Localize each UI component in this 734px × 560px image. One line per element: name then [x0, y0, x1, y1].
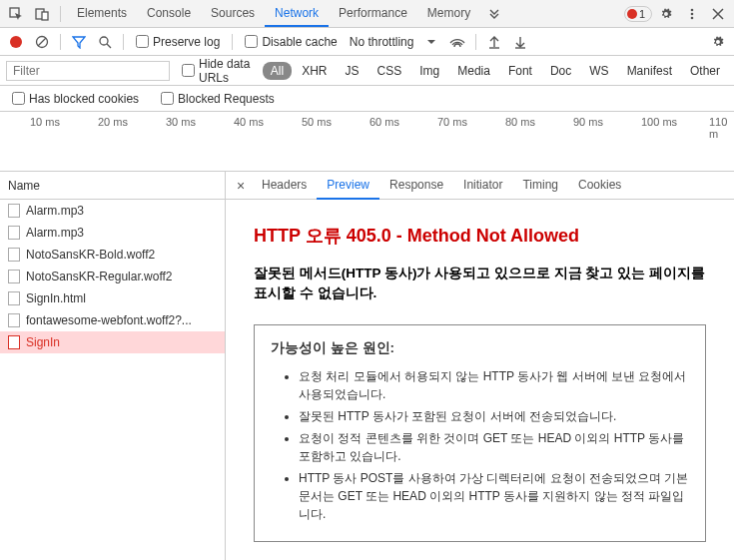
type-filter-doc[interactable]: Doc — [542, 62, 579, 80]
close-devtools-icon[interactable] — [706, 2, 730, 26]
type-filter-group: AllXHRJSCSSImgMediaFontDocWSManifestOthe… — [263, 62, 728, 80]
timeline-tick: 20 ms — [98, 116, 128, 128]
svg-rect-2 — [42, 12, 48, 20]
request-row[interactable]: NotoSansKR-Bold.woff2 — [0, 244, 225, 266]
timeline-tick: 30 ms — [166, 116, 196, 128]
timeline-tick: 100 ms — [641, 116, 677, 128]
request-name: Alarm.mp3 — [26, 226, 84, 240]
settings-gear-icon[interactable] — [654, 2, 678, 26]
panel-tab-performance[interactable]: Performance — [329, 1, 417, 27]
cause-item: HTTP 동사 POST를 사용하여 가상 디렉터리에 요청이 전송되었으며 기… — [299, 469, 689, 523]
request-row[interactable]: Alarm.mp3 — [0, 200, 225, 222]
filter-input[interactable] — [6, 61, 170, 81]
svg-point-7 — [100, 37, 108, 45]
detail-tab-response[interactable]: Response — [379, 172, 453, 200]
preview-pane: HTTP 오류 405.0 - Method Not Allowed 잘못된 메… — [226, 200, 734, 560]
detail-tab-initiator[interactable]: Initiator — [453, 172, 512, 200]
separator — [60, 6, 61, 22]
request-detail-panel: × HeadersPreviewResponseInitiatorTimingC… — [226, 172, 734, 560]
request-list-panel: Name Alarm.mp3Alarm.mp3NotoSansKR-Bold.w… — [0, 172, 226, 560]
file-icon — [8, 335, 20, 349]
panel-tab-sources[interactable]: Sources — [201, 1, 265, 27]
detail-tabs: × HeadersPreviewResponseInitiatorTimingC… — [226, 172, 734, 200]
cause-title: 가능성이 높은 원인: — [271, 339, 689, 357]
type-filter-ws[interactable]: WS — [581, 62, 616, 80]
request-row[interactable]: fontawesome-webfont.woff2?... — [0, 309, 225, 331]
cause-item: 요청 처리 모듈에서 허용되지 않는 HTTP 동사가 웹 서버에 보낸 요청에… — [299, 367, 689, 403]
request-name: SignIn — [26, 335, 60, 349]
request-row[interactable]: NotoSansKR-Regular.woff2 — [0, 266, 225, 287]
inspect-icon[interactable] — [4, 2, 28, 26]
waterfall-timeline[interactable]: 10 ms20 ms30 ms40 ms50 ms60 ms70 ms80 ms… — [0, 112, 734, 172]
more-tabs-icon[interactable] — [482, 2, 506, 26]
panel-tab-network[interactable]: Network — [265, 1, 329, 27]
cause-box: 가능성이 높은 원인: 요청 처리 모듈에서 허용되지 않는 HTTP 동사가 … — [254, 324, 706, 542]
throttling-dropdown-icon[interactable] — [419, 30, 443, 54]
panel-tab-console[interactable]: Console — [137, 1, 201, 27]
type-filter-media[interactable]: Media — [449, 62, 498, 80]
panel-tab-elements[interactable]: Elements — [67, 1, 137, 27]
import-har-icon[interactable] — [482, 30, 506, 54]
type-filter-all[interactable]: All — [263, 62, 292, 80]
close-detail-icon[interactable]: × — [230, 175, 252, 197]
panel-tabs: ElementsConsoleSourcesNetworkPerformance… — [67, 1, 480, 27]
devtools-header: ElementsConsoleSourcesNetworkPerformance… — [0, 0, 734, 28]
detail-tab-headers[interactable]: Headers — [252, 172, 317, 200]
blocked-cookies-checkbox[interactable]: Has blocked cookies — [6, 92, 145, 106]
device-toggle-icon[interactable] — [30, 2, 54, 26]
timeline-tick: 50 ms — [302, 116, 332, 128]
svg-point-3 — [691, 8, 694, 11]
type-filter-other[interactable]: Other — [682, 62, 728, 80]
hide-data-urls-checkbox[interactable]: Hide data URLs — [176, 57, 257, 85]
network-split-view: Name Alarm.mp3Alarm.mp3NotoSansKR-Bold.w… — [0, 172, 734, 560]
error-dot-icon — [627, 9, 637, 19]
timeline-tick: 70 ms — [437, 116, 467, 128]
filter-toggle-icon[interactable] — [67, 30, 91, 54]
file-icon — [8, 270, 20, 283]
error-title: HTTP 오류 405.0 - Method Not Allowed — [254, 224, 706, 248]
request-rows: Alarm.mp3Alarm.mp3NotoSansKR-Bold.woff2N… — [0, 200, 225, 560]
search-icon[interactable] — [93, 30, 117, 54]
type-filter-js[interactable]: JS — [338, 62, 367, 80]
filter-bar: Hide data URLs AllXHRJSCSSImgMediaFontDo… — [0, 56, 734, 86]
request-row[interactable]: SignIn — [0, 331, 225, 353]
timeline-tick: 40 ms — [234, 116, 264, 128]
request-name: NotoSansKR-Regular.woff2 — [26, 270, 173, 283]
throttling-select[interactable]: No throttling — [346, 35, 418, 49]
cause-item: 잘못된 HTTP 동사가 포함된 요청이 서버에 전송되었습니다. — [299, 407, 689, 425]
detail-tab-preview[interactable]: Preview — [317, 172, 379, 200]
record-button[interactable] — [4, 30, 28, 54]
disable-cache-checkbox[interactable]: Disable cache — [239, 35, 343, 49]
detail-tab-cookies[interactable]: Cookies — [568, 172, 631, 200]
request-row[interactable]: Alarm.mp3 — [0, 222, 225, 244]
request-name: SignIn.html — [26, 291, 86, 305]
svg-point-4 — [691, 12, 694, 15]
timeline-tick: 10 ms — [30, 116, 60, 128]
file-icon — [8, 248, 20, 262]
name-column-header[interactable]: Name — [0, 172, 225, 200]
file-icon — [8, 204, 20, 218]
file-icon — [8, 226, 20, 240]
detail-tab-timing[interactable]: Timing — [512, 172, 568, 200]
network-toolbar: Preserve log Disable cache No throttling — [0, 28, 734, 56]
export-har-icon[interactable] — [508, 30, 532, 54]
separator — [475, 34, 476, 50]
blocked-requests-checkbox[interactable]: Blocked Requests — [155, 92, 281, 106]
network-conditions-icon[interactable] — [445, 30, 469, 54]
clear-button[interactable] — [30, 30, 54, 54]
request-name: fontawesome-webfont.woff2?... — [26, 313, 192, 327]
request-row[interactable]: SignIn.html — [0, 287, 225, 309]
type-filter-font[interactable]: Font — [500, 62, 540, 80]
panel-tab-memory[interactable]: Memory — [417, 1, 480, 27]
type-filter-css[interactable]: CSS — [369, 62, 410, 80]
error-count: 1 — [639, 8, 645, 20]
separator — [232, 34, 233, 50]
type-filter-img[interactable]: Img — [411, 62, 447, 80]
preserve-log-checkbox[interactable]: Preserve log — [130, 35, 226, 49]
type-filter-manifest[interactable]: Manifest — [619, 62, 680, 80]
timeline-tick: 110 m — [709, 116, 734, 140]
kebab-menu-icon[interactable] — [680, 2, 704, 26]
error-badge[interactable]: 1 — [624, 6, 652, 22]
network-settings-icon[interactable] — [706, 30, 730, 54]
type-filter-xhr[interactable]: XHR — [294, 62, 335, 80]
